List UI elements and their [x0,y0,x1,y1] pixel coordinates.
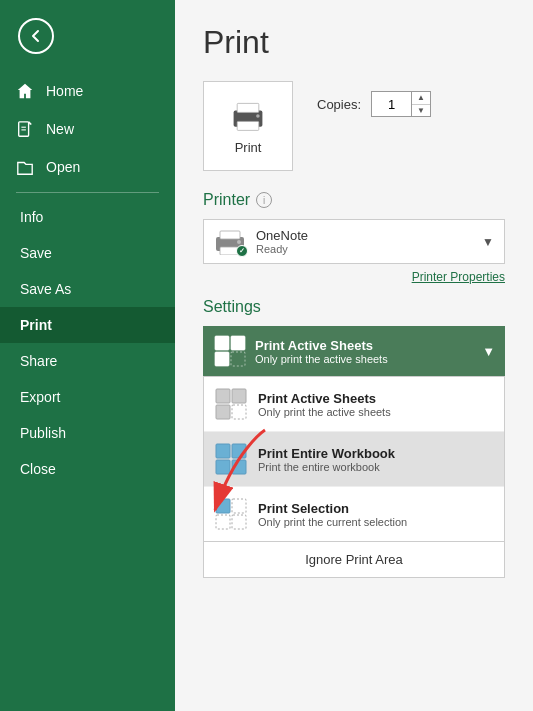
entire-workbook-icon [214,442,248,476]
printer-name: OneNote [256,228,308,243]
svg-rect-5 [237,103,259,112]
printer-properties-link[interactable]: Printer Properties [203,270,505,284]
option-selection-title: Print Selection [258,501,407,516]
copies-label: Copies: [317,97,361,112]
printer-dropdown-icon: ▼ [482,235,494,249]
main-content: Print Print Copies: ▲ ▼ Printer [175,0,533,711]
sidebar-item-share[interactable]: Share [0,343,175,379]
sidebar-item-home-label: Home [46,83,83,99]
svg-rect-17 [216,405,230,419]
svg-rect-13 [215,352,229,366]
option-active-sheets-sub: Only print the active sheets [258,406,391,418]
printer-icon [214,229,246,255]
sidebar-item-new-label: New [46,121,74,137]
settings-heading: Settings [203,298,505,316]
option-entire-workbook-text: Print Entire Workbook Print the entire w… [258,446,395,473]
printer-details: OneNote Ready [256,228,308,255]
svg-rect-22 [232,460,246,474]
sidebar-divider [16,192,159,193]
copies-input[interactable] [372,92,412,116]
svg-rect-0 [19,122,29,136]
sidebar: Home New Open Info Save Save As Print Sh… [0,0,175,711]
sidebar-item-save-as[interactable]: Save As [0,271,175,307]
active-sheets-icon [214,387,248,421]
svg-rect-21 [216,460,230,474]
sidebar-item-new[interactable]: New [0,110,175,148]
svg-rect-20 [232,444,246,458]
printer-info: OneNote Ready [214,228,308,255]
ignore-print-area-option[interactable]: Ignore Print Area [203,542,505,578]
svg-rect-23 [216,499,230,513]
sidebar-item-print[interactable]: Print [0,307,175,343]
copies-updown: ▲ ▼ [412,92,430,116]
printer-heading: Printer i [203,191,505,209]
selected-option-sub: Only print the active sheets [255,353,388,365]
printer-selector[interactable]: OneNote Ready ▼ [203,219,505,264]
svg-rect-15 [216,389,230,403]
svg-rect-9 [220,231,240,239]
print-button[interactable]: Print [203,81,293,171]
sidebar-item-info[interactable]: Info [0,199,175,235]
svg-rect-14 [231,352,245,366]
option-active-sheets-text: Print Active Sheets Only print the activ… [258,391,391,418]
option-active-sheets-title: Print Active Sheets [258,391,391,406]
sidebar-item-save[interactable]: Save [0,235,175,271]
copies-control: ▲ ▼ [371,91,431,117]
option-selection[interactable]: Print Selection Only print the current s… [204,487,504,541]
sidebar-item-home[interactable]: Home [0,72,175,110]
sidebar-item-open[interactable]: Open [0,148,175,186]
selected-option-text: Print Active Sheets Only print the activ… [255,338,388,365]
settings-selected-option[interactable]: Print Active Sheets Only print the activ… [203,326,505,376]
page-title: Print [203,24,505,61]
settings-dropdown-list: Print Active Sheets Only print the activ… [203,376,505,542]
sidebar-item-open-label: Open [46,159,80,175]
selected-option-title: Print Active Sheets [255,338,388,353]
svg-rect-12 [231,336,245,350]
svg-rect-11 [215,336,229,350]
sidebar-item-close[interactable]: Close [0,451,175,487]
copies-increment[interactable]: ▲ [412,92,430,105]
svg-rect-16 [232,389,246,403]
option-entire-workbook-sub: Print the entire workbook [258,461,395,473]
svg-point-10 [237,240,241,244]
svg-rect-24 [232,499,246,513]
copies-row: Copies: ▲ ▼ [317,91,431,117]
selection-icon [214,497,248,531]
printer-status: Ready [256,243,308,255]
option-selection-text: Print Selection Only print the current s… [258,501,407,528]
back-button[interactable] [18,18,54,54]
print-button-label: Print [235,140,262,155]
option-entire-workbook-title: Print Entire Workbook [258,446,395,461]
option-entire-workbook[interactable]: Print Entire Workbook Print the entire w… [204,432,504,487]
printer-status-dot [236,245,248,257]
svg-rect-18 [232,405,246,419]
active-sheets-icon-selected [213,334,247,368]
svg-rect-25 [216,515,230,529]
svg-rect-19 [216,444,230,458]
option-active-sheets[interactable]: Print Active Sheets Only print the activ… [204,377,504,432]
sidebar-item-export[interactable]: Export [0,379,175,415]
printer-info-icon[interactable]: i [256,192,272,208]
svg-rect-4 [237,121,259,130]
sidebar-item-publish[interactable]: Publish [0,415,175,451]
svg-point-6 [256,114,260,118]
settings-dropdown-icon: ▼ [482,344,495,359]
print-controls-row: Print Copies: ▲ ▼ [203,81,505,171]
copies-decrement[interactable]: ▼ [412,105,430,117]
option-selection-sub: Only print the current selection [258,516,407,528]
svg-rect-26 [232,515,246,529]
